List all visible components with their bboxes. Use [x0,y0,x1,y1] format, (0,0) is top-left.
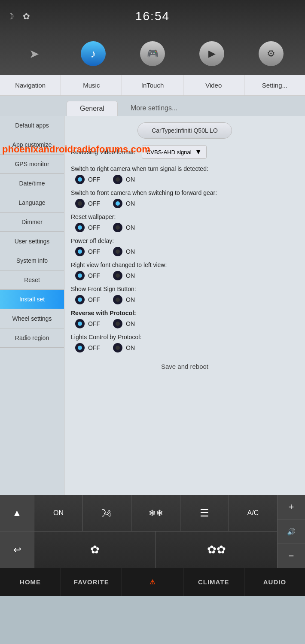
climate-on-button[interactable]: ON [34,495,83,531]
radio-row-front-camera: OFF ON [71,199,299,208]
radio-dot-icon [75,343,85,352]
radio-front-sign-on[interactable]: ON [113,295,135,304]
bottom-nav-warning[interactable]: ⚠ [122,568,183,596]
climate-top-row: ON 🌬 ❄❄ ☰ A/C [34,495,277,532]
vent-icon: ☰ [200,507,209,519]
climate-temp-up-button[interactable]: + [278,495,305,519]
tab-settings[interactable]: Setting... [244,75,305,95]
radio-right-view-font-off[interactable]: OFF [75,271,100,280]
sidebar-item-app-customize[interactable]: App customize [0,135,64,155]
radio-row-reset-wallpaper: OFF ON [71,223,299,232]
bottom-nav-audio[interactable]: AUDIO [244,568,305,596]
sidebar: Default apps App customize GPS monitor D… [0,116,64,495]
setting-right-view-font: Right view font changed to left view: OF… [71,261,299,280]
radio-dot-icon [75,319,85,328]
climate-main-controls: ON 🌬 ❄❄ ☰ A/C ✿ ✿✿ [34,495,277,568]
sidebar-item-system-info[interactable]: System info [0,251,64,270]
tab-more-settings[interactable]: More settings... [118,101,190,116]
radio-dot-icon [75,223,85,232]
climate-up-button[interactable]: ▲ [0,495,34,532]
climate-fan-button[interactable]: 🌬 [83,495,131,531]
car-type-button[interactable]: CarType:Infiniti Q50L LO [137,122,232,139]
radio-dot-icon [113,343,122,352]
fan-icon: 🌬 [102,507,112,519]
nav-icon-intouch[interactable]: 🎮 [140,41,165,66]
bottom-nav-favorite[interactable]: FAVORITE [61,568,122,596]
radio-row-front-sign-button: OFF ON [71,295,299,304]
radio-lights-control-off[interactable]: OFF [75,343,100,352]
climate-right-controls: + 🔊 − [277,495,305,568]
save-reboot-button[interactable]: Save and reboot [71,358,299,375]
radio-dot-icon [113,319,122,328]
sidebar-item-dimmer[interactable]: Dimmer [0,213,64,232]
radio-dot-icon [113,175,122,184]
volume-icon: 🔊 [287,528,296,536]
climate-vent-button[interactable]: ☰ [180,495,229,531]
climate-ac-button[interactable]: A/C [229,495,277,531]
setting-lights-control: Lights Control by Protocol: OFF ON [71,334,299,352]
climate-back-button[interactable]: ↩ [0,532,34,568]
tab-video[interactable]: Video [183,75,244,95]
nav-icon-video[interactable]: ▶ [199,41,224,66]
radio-reset-wallpaper-on[interactable]: ON [113,223,135,232]
sidebar-item-install-set[interactable]: Install set [0,290,64,309]
navigation-icon: ➤ [21,41,46,66]
radio-lights-control-on[interactable]: ON [113,343,135,352]
radio-power-off-delay-off[interactable]: OFF [75,247,100,256]
radio-dot-icon [113,223,122,232]
radio-dot-icon [113,199,122,208]
moon-icon: ☽ [6,11,14,21]
sidebar-item-gps-monitor[interactable]: GPS monitor [0,155,64,174]
bottom-nav-climate[interactable]: CLIMATE [183,568,244,596]
sidebar-item-wheel-settings[interactable]: Wheel settings [0,309,64,328]
radio-reset-wallpaper-off[interactable]: OFF [75,223,100,232]
warning-icon: ⚠ [149,578,156,586]
radio-right-view-font-on[interactable]: ON [113,271,135,280]
radio-dot-icon [75,295,85,304]
climate-defrost-front-button[interactable]: ❄❄ [131,495,180,531]
sidebar-item-language[interactable]: Language [0,193,64,213]
settings-area: General More settings... Default apps Ap… [0,96,305,495]
sidebar-item-datetime[interactable]: Date/time [0,174,64,193]
sidebar-item-default-apps[interactable]: Default apps [0,116,64,135]
climate-bottom-row: ✿ ✿✿ [34,532,277,568]
radio-right-camera-off[interactable]: OFF [75,175,100,184]
radio-front-camera-off[interactable]: OFF [75,199,100,208]
tab-navigation[interactable]: Navigation [0,75,61,95]
climate-fan-low-button[interactable]: ✿ [34,532,156,568]
radio-reverse-protocol-off[interactable]: OFF [75,319,100,328]
bottom-nav-home[interactable]: HOME [0,568,61,596]
reversing-video-dropdown[interactable]: CVBS-AHD signal ▼ [142,145,207,159]
reversing-video-row: Reversing Video format: CVBS-AHD signal … [71,145,299,159]
climate-bar: ▲ ↩ ON 🌬 ❄❄ ☰ A/C ✿ [0,495,305,568]
tab-general[interactable]: General [67,101,118,116]
climate-temp-down-button[interactable]: − [278,544,305,568]
radio-front-sign-off[interactable]: OFF [75,295,100,304]
dropdown-arrow-icon: ▼ [195,148,202,156]
radio-row-right-view-font: OFF ON [71,271,299,280]
climate-fan-high-button[interactable]: ✿✿ [156,532,277,568]
fan-high-icon: ✿✿ [207,543,226,556]
tab-music[interactable]: Music [61,75,122,95]
nav-icon-music[interactable]: ♪ [81,41,106,66]
minus-icon: − [289,550,294,562]
sidebar-item-radio-region[interactable]: Radio region [0,328,64,348]
radio-power-off-delay-on[interactable]: ON [113,247,135,256]
nav-icon-navigation[interactable]: ➤ [21,41,46,66]
defrost-front-icon: ❄❄ [149,508,163,518]
radio-reverse-protocol-on[interactable]: ON [113,319,135,328]
setting-right-camera: Switch to right camera when turn signal … [71,165,299,184]
tab-intouch[interactable]: InTouch [122,75,183,95]
sidebar-item-reset[interactable]: Reset [0,270,64,290]
fan-low-icon: ✿ [90,543,100,556]
setting-power-off-delay: Power off delay: OFF ON [71,237,299,256]
nav-icon-settings[interactable]: ⚙ [259,41,284,66]
radio-dot-icon [75,271,85,280]
top-bar-icons: ☽ ✿ [6,11,30,21]
radio-right-camera-on[interactable]: ON [113,175,135,184]
sidebar-item-user-settings[interactable]: User settings [0,232,64,251]
radio-front-camera-on[interactable]: ON [113,199,135,208]
content-panel: CarType:Infiniti Q50L LO Reversing Video… [64,116,305,495]
climate-volume-button[interactable]: 🔊 [278,519,305,544]
radio-dot-icon [113,271,122,280]
